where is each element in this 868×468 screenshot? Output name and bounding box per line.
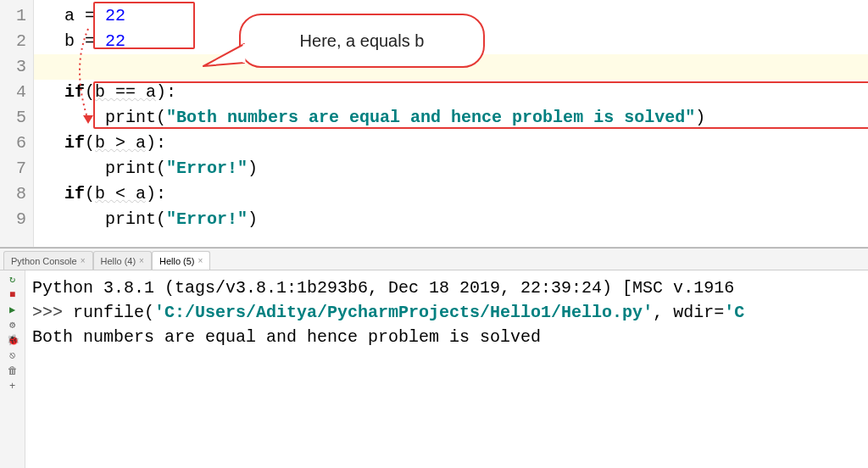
console-tab-row: Python Console× Hello (4)× Hello (5)× — [0, 248, 868, 270]
code-line-8[interactable]: if(b < a): — [34, 181, 868, 207]
keyword-if: if — [64, 184, 85, 203]
debug-icon[interactable]: 🐞 — [7, 335, 19, 347]
fn-print: print — [105, 159, 156, 178]
code-editor[interactable]: a = 22 b = 22 if(b == a): print("Both nu… — [34, 0, 868, 247]
var-a: a — [64, 6, 75, 25]
annotation-callout: Here, a equals b — [239, 14, 485, 68]
num-literal: 22 — [105, 31, 125, 51]
keyword-if: if — [64, 82, 85, 102]
close-icon[interactable]: × — [139, 256, 144, 265]
callout-text: Here, a equals b — [300, 28, 425, 53]
condition: b < a — [95, 184, 146, 203]
settings-icon[interactable]: ⚙ — [7, 320, 19, 332]
line-number: 9 — [0, 207, 26, 232]
trash-icon[interactable]: 🗑 — [7, 365, 19, 377]
python-version-line: Python 3.8.1 (tags/v3.8.1:1b293b6, Dec 1… — [32, 278, 744, 298]
fn-print: print — [105, 108, 156, 127]
output-line: Both numbers are equal and hence problem… — [32, 327, 541, 347]
string-literal: "Error!" — [166, 159, 248, 178]
tab-hello-5[interactable]: Hello (5)× — [152, 251, 210, 270]
line-number: 7 — [0, 156, 26, 181]
add-icon[interactable]: + — [7, 381, 19, 393]
code-line-6[interactable]: if(b > a): — [34, 131, 868, 156]
line-number: 4 — [0, 80, 26, 105]
num-literal: 22 — [105, 6, 125, 25]
line-number: 6 — [0, 131, 26, 156]
line-number-gutter: 1 2 3 4 5 6 7 8 9 — [0, 0, 34, 247]
code-line-4[interactable]: if(b == a): — [34, 80, 868, 105]
editor-area: 1 2 3 4 5 6 7 8 9 a = 22 b = 22 if(b == … — [0, 0, 868, 248]
line-number: 8 — [0, 181, 26, 207]
code-line-9[interactable]: print("Error!") — [34, 207, 868, 232]
close-icon[interactable]: × — [81, 256, 86, 265]
condition: b > a — [95, 133, 146, 153]
string-literal: "Error!" — [166, 209, 248, 229]
tab-python-console[interactable]: Python Console× — [3, 251, 93, 270]
line-number: 1 — [0, 3, 26, 29]
line-number: 5 — [0, 105, 26, 131]
condition: b == a — [95, 82, 156, 102]
console-toolbar: ↻ ■ ▶ ⚙ 🐞 ⎋ 🗑 + — [0, 270, 25, 468]
string-literal: "Both numbers are equal and hence proble… — [166, 108, 695, 127]
wdir-path: 'C — [724, 303, 744, 322]
exit-icon[interactable]: ⎋ — [7, 350, 19, 362]
var-b: b — [64, 31, 75, 51]
fn-print: print — [105, 209, 156, 229]
code-line-7[interactable]: print("Error!") — [34, 156, 868, 181]
file-path: 'C:/Users/Aditya/PycharmProjects/Hello1/… — [154, 303, 653, 322]
tab-hello-4[interactable]: Hello (4)× — [93, 251, 152, 270]
keyword-if: if — [64, 133, 85, 153]
fn-runfile: runfile( — [73, 303, 154, 322]
prompt: >>> — [32, 303, 73, 322]
close-icon[interactable]: × — [198, 256, 203, 265]
line-number: 2 — [0, 29, 26, 54]
rerun-icon[interactable]: ↻ — [7, 274, 19, 286]
stop-icon[interactable]: ■ — [7, 289, 19, 301]
run-panel: Python Console× Hello (4)× Hello (5)× ↻ … — [0, 248, 868, 468]
code-line-5[interactable]: print("Both numbers are equal and hence … — [34, 105, 868, 131]
console-output[interactable]: Python 3.8.1 (tags/v3.8.1:1b293b6, Dec 1… — [25, 270, 868, 468]
line-number: 3 — [0, 54, 26, 80]
play-icon[interactable]: ▶ — [7, 304, 19, 316]
